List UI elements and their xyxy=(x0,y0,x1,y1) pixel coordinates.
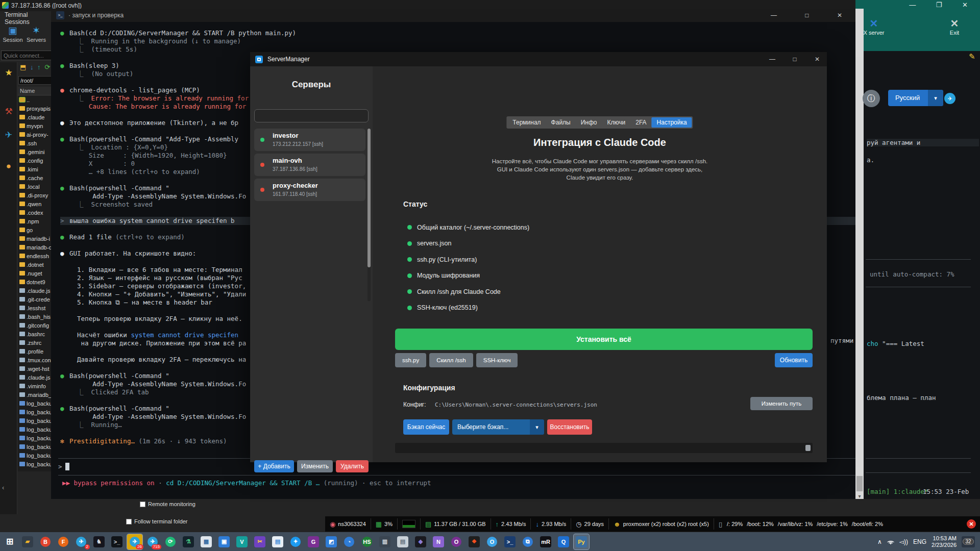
follow-terminal-folder-checkbox[interactable]: Follow terminal folder xyxy=(126,518,188,524)
tab[interactable]: Файлы xyxy=(546,117,576,128)
scrollbar-thumb[interactable] xyxy=(368,129,371,267)
quick-utmo-icon[interactable]: Q xyxy=(556,534,571,549)
tab[interactable]: Ключи xyxy=(602,117,631,128)
win-app-icon[interactable]: ▣ xyxy=(216,534,232,549)
paper-plane-icon[interactable]: ✈ xyxy=(0,130,17,140)
server-search-input[interactable] xyxy=(254,109,369,122)
exit-button[interactable]: ✕ Exit xyxy=(940,17,969,36)
session-button[interactable]: ▣ Session xyxy=(1,24,24,43)
page-subtitle: GUI и Claude Code используют один server… xyxy=(373,166,827,172)
photos-icon[interactable]: ◩ xyxy=(324,534,339,549)
cutter-icon[interactable]: ✂ xyxy=(252,534,267,549)
restore-button[interactable]: Восстановить xyxy=(547,419,592,435)
log-scroll-box[interactable] xyxy=(395,443,813,453)
component-button[interactable]: Скилл /ssh xyxy=(429,353,473,367)
server-list-scrollbar[interactable] xyxy=(368,129,371,301)
terminal-titlebar[interactable]: >_ · запуск и проверка — □ ✕ xyxy=(51,9,864,22)
telegram-gold-icon[interactable]: ✈26 xyxy=(127,534,142,549)
sysmon-icon[interactable]: ▤ xyxy=(395,534,410,549)
sync-icon[interactable]: ⟳ xyxy=(163,534,178,549)
tray-expand-icon[interactable]: ∧ xyxy=(877,538,882,545)
telegram-icon[interactable]: ✈2 xyxy=(74,534,89,549)
file-name: .zshrc xyxy=(27,340,41,346)
edit-server-button[interactable]: Изменить xyxy=(297,460,333,472)
notepad-icon[interactable]: ▤ xyxy=(270,534,285,549)
start-button[interactable]: ⊞ xyxy=(2,534,17,549)
maximize-button[interactable]: □ xyxy=(786,52,803,66)
scrollbar-thumb[interactable] xyxy=(805,445,811,451)
tray-clock[interactable]: 10:53 AM 2/23/2026 xyxy=(932,535,957,548)
x-server-button[interactable]: ✕ X server xyxy=(860,17,888,36)
terminal-scrollbar[interactable]: ▾ xyxy=(855,9,864,499)
refresh-button[interactable]: Обновить xyxy=(775,353,813,367)
backup-now-button[interactable]: Бэкап сейчас xyxy=(403,419,449,435)
remote-desktop-icon[interactable]: ⧉ xyxy=(520,534,535,549)
opera-icon[interactable]: O xyxy=(484,534,500,549)
change-path-button[interactable]: Изменить путь xyxy=(750,397,813,410)
minimize-button[interactable]: — xyxy=(764,52,781,66)
notion-icon[interactable]: N xyxy=(431,534,446,549)
component-button[interactable]: SSH-ключ xyxy=(476,353,518,367)
v-app-icon[interactable]: V xyxy=(234,534,250,549)
scrollbar-thumb[interactable] xyxy=(856,476,863,491)
tab[interactable]: 2FA xyxy=(630,117,651,128)
tab[interactable]: Инфо xyxy=(576,117,602,128)
monitor-close-button[interactable]: ✕ xyxy=(967,519,976,529)
add-server-button[interactable]: + Добавить xyxy=(254,460,294,472)
backup-select[interactable]: Выберите бэкап... ▾ xyxy=(452,419,544,435)
file-type-icon xyxy=(19,176,25,180)
mremote-icon[interactable]: mR xyxy=(538,534,553,549)
telegram-alt-icon[interactable]: ✈715 xyxy=(145,534,160,549)
blue-round-icon[interactable]: ◔ xyxy=(341,534,357,549)
mobaxterm-window-controls[interactable]: — ❐ ✕ xyxy=(909,1,977,9)
remote-monitoring-checkbox[interactable]: Remote monitoring xyxy=(140,501,195,507)
menu-terminal[interactable]: Terminal xyxy=(5,11,28,18)
figma-icon[interactable]: ❖ xyxy=(467,534,482,549)
upload-icon[interactable]: ↑ xyxy=(37,63,41,71)
scrollbar-down-arrow[interactable]: ▾ xyxy=(855,493,864,499)
favorites-star-icon[interactable]: ★ xyxy=(0,67,17,78)
cmd-icon[interactable]: >_ xyxy=(109,534,125,549)
language-indicator[interactable]: ENG xyxy=(913,538,926,545)
tools-icon[interactable]: ⚒ xyxy=(0,106,17,117)
delete-server-button[interactable]: Удалить xyxy=(336,460,369,472)
obsidian-icon[interactable]: ◆ xyxy=(413,534,428,549)
install-all-button[interactable]: Установить всё xyxy=(395,329,813,350)
server-list-item[interactable]: main-ovh 37.187.136.86 [ssh] xyxy=(254,154,365,176)
firefox-icon[interactable]: F xyxy=(56,534,71,549)
file-type-icon xyxy=(19,115,25,119)
info-button[interactable]: ⓘ xyxy=(863,90,880,107)
component-button[interactable]: ssh.py xyxy=(395,353,426,367)
hs-icon[interactable]: HS xyxy=(359,534,375,549)
terminal-window-controls[interactable]: — □ ✕ xyxy=(771,9,855,22)
g-app-icon[interactable]: G xyxy=(306,534,321,549)
folder-up-icon[interactable]: ⬒ xyxy=(20,63,26,71)
bird-icon[interactable]: ✦ xyxy=(288,534,303,549)
language-select[interactable]: Русский ▾ xyxy=(888,90,943,106)
calculator-icon[interactable]: ▦ xyxy=(199,534,214,549)
server-list-item[interactable]: investor 173.212.212.157 [ssh] xyxy=(254,129,365,151)
file-explorer-icon[interactable]: ▰ xyxy=(20,534,35,549)
ball-icon[interactable]: ● xyxy=(0,161,17,171)
speaker-icon[interactable]: ◅)) xyxy=(899,538,908,545)
servers-button[interactable]: ✶ Servers xyxy=(24,24,48,43)
mobaxterm-icon[interactable]: ▥ xyxy=(377,534,393,549)
notification-center-button[interactable]: 32 xyxy=(962,536,975,547)
game-icon[interactable]: ♞ xyxy=(91,534,107,549)
tab[interactable]: Терминал xyxy=(507,117,546,128)
close-button[interactable]: ✕ xyxy=(808,52,826,66)
server-list-item[interactable]: proxy-checker 161.97.118.40 [ssh] xyxy=(254,179,365,201)
python-icon[interactable]: Py xyxy=(574,534,589,549)
lab-icon[interactable]: ⚗ xyxy=(181,534,196,549)
o-ring-icon[interactable]: O xyxy=(449,534,464,549)
brave-icon[interactable]: B xyxy=(38,534,53,549)
refresh-icon[interactable]: ⟳ xyxy=(44,63,50,71)
telegram-desktop-icon[interactable]: ✈ xyxy=(944,93,955,104)
tab[interactable]: Настройка xyxy=(652,117,692,128)
scroll-left-arrow[interactable]: ‹ xyxy=(2,484,4,491)
wifi-icon[interactable] xyxy=(887,539,894,544)
powershell-icon[interactable]: >_ xyxy=(502,534,518,549)
download-icon[interactable]: ↓ xyxy=(30,63,34,71)
servermanager-titlebar[interactable]: ServerManager — □ ✕ xyxy=(250,52,827,66)
pencil-icon[interactable]: ✎ xyxy=(969,52,975,61)
